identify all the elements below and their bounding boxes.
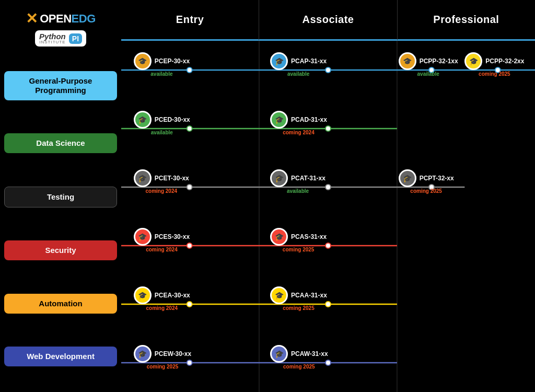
header-associate: Associate [259,0,397,41]
cert-icon-pcep: 🎓 [134,52,152,70]
institute-text: INSTITUTE [39,40,65,44]
openedg-logo: ✕ OPENEDG [26,11,96,26]
cert-status-pcap: available [287,71,309,77]
cert-code-pcet: PCET-30-xx [155,175,189,182]
cert-pcap: 🎓 PCAP-31-xx available [270,52,327,77]
category-list: General-PurposeProgramming Data Science … [0,51,121,387]
category-testing[interactable]: Testing [4,187,117,207]
cert-status-pces: coming 2024 [146,247,178,252]
cert-status-pcat: available [287,188,309,194]
cert-icon-pcpp2: 🎓 [464,52,482,70]
category-automation[interactable]: Automation [4,294,117,314]
logo-area: ✕ OPENEDG Python INSTITUTE PI [0,5,121,51]
cert-status-pcpp2: coming 2025 [479,71,510,77]
cert-code-pced: PCED-30-xx [155,116,190,123]
cert-pcpp2: 🎓 PCPP-32-2xx coming 2025 [464,52,524,77]
cert-status-pcew: coming 2025 [147,364,179,370]
cert-status-pcaw: coming 2025 [283,364,315,370]
python-text: Python [39,32,66,40]
cert-pcew: 🎓 PCEW-30-xx coming 2025 [134,345,191,370]
cert-code-pces: PCES-30-xx [155,233,190,240]
cert-icon-pcea: 🎓 [134,286,152,304]
cert-code-pcea: PCEA-30-xx [155,292,190,299]
cert-status-pcpp1: available [417,71,439,77]
cert-pcpt: 🎓 PCPT-32-xx coming 2025 [399,169,454,194]
cert-pcaw: 🎓 PCAW-31-xx coming 2025 [270,345,328,370]
cert-icon-pced: 🎓 [134,111,152,129]
cert-status-pcep: available [150,71,172,77]
cert-icon-pcew: 🎓 [134,345,152,363]
cert-status-pced: available [151,130,173,135]
cert-code-pcew: PCEW-30-xx [155,350,191,358]
cert-pcad: 🎓 PCAD-31-xx coming 2024 [270,111,327,135]
cert-code-pcpt: PCPT-32-xx [420,175,454,182]
category-security[interactable]: Security [4,240,117,260]
cert-pcpp1: 🎓 PCPP-32-1xx available [399,52,458,77]
cert-icon-pcpp1: 🎓 [399,52,416,70]
pi-badge: PI [69,33,82,44]
cert-icon-pcaa: 🎓 [270,286,288,304]
cert-icon-pcap: 🎓 [270,52,288,70]
cert-pcaa: 🎓 PCAA-31-xx coming 2025 [270,286,327,311]
openedg-text: OPENEDG [40,12,96,26]
python-institute-logo: Python INSTITUTE PI [35,30,86,47]
cert-pces: 🎓 PCES-30-xx coming 2024 [134,228,190,252]
header-entry: Entry [121,0,259,41]
cert-icon-pcas: 🎓 [270,228,288,246]
cert-code-pcaw: PCAW-31-xx [291,350,328,358]
cert-code-pcep: PCEP-30-xx [155,57,190,65]
main-container: ✕ OPENEDG Python INSTITUTE PI General-Pu… [0,0,535,392]
cert-pcea: 🎓 PCEA-30-xx coming 2024 [134,286,190,311]
svg-point-15 [325,185,331,190]
cert-status-pcas: coming 2025 [283,247,315,252]
content-area: Entry Associate Professional [121,0,535,392]
cert-icon-pcat: 🎓 [270,169,288,187]
openedg-x-icon: ✕ [26,11,38,26]
category-webdev[interactable]: Web Development [4,347,117,366]
cert-icon-pces: 🎓 [134,228,152,246]
cert-status-pcpt: coming 2025 [410,188,442,194]
cert-pcep: 🎓 PCEP-30-xx available [134,52,190,77]
header-professional: Professional [398,0,535,41]
cert-icon-pcpt: 🎓 [399,169,416,187]
track-lines-svg [121,41,535,392]
sidebar: ✕ OPENEDG Python INSTITUTE PI General-Pu… [0,0,121,392]
category-data-science[interactable]: Data Science [4,133,117,153]
cert-code-pcas: PCAS-31-xx [291,233,327,240]
cert-icon-pcad: 🎓 [270,111,288,129]
cert-code-pcad: PCAD-31-xx [291,116,327,123]
cert-pcat: 🎓 PCAT-31-xx available [270,169,325,194]
category-gpp[interactable]: General-PurposeProgramming [4,71,117,100]
cert-pced: 🎓 PCED-30-xx available [134,111,190,135]
cert-status-pcaa: coming 2025 [283,305,315,311]
cert-pcas: 🎓 PCAS-31-xx coming 2025 [270,228,327,252]
cert-code-pcpp1: PCPP-32-1xx [420,57,458,65]
cert-icon-pcaw: 🎓 [270,345,288,363]
cert-status-pcet: coming 2024 [145,188,177,194]
cert-icon-pcet: 🎓 [134,169,152,187]
cert-status-pcad: coming 2024 [283,130,315,135]
cert-status-pcea: coming 2024 [146,305,178,311]
cert-code-pcaa: PCAA-31-xx [291,292,327,299]
cert-code-pcpp2: PCPP-32-2xx [485,57,524,65]
header-row: Entry Associate Professional [121,0,535,41]
cert-pcet: 🎓 PCET-30-xx coming 2024 [134,169,189,194]
cert-code-pcat: PCAT-31-xx [291,175,325,182]
cert-code-pcap: PCAP-31-xx [291,57,327,65]
